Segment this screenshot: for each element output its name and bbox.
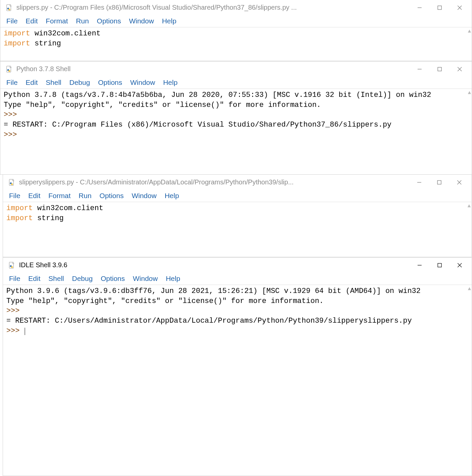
menu-file[interactable]: File xyxy=(2,78,22,87)
code-editor[interactable]: ▲import win32com.client import string xyxy=(3,202,471,257)
menu-format[interactable]: Format xyxy=(44,191,75,200)
menu-file[interactable]: File xyxy=(5,274,24,283)
menubar: File Edit Shell Debug Options Window Hel… xyxy=(3,273,472,285)
menubar: File Edit Shell Debug Options Window Hel… xyxy=(0,76,472,89)
menu-shell[interactable]: Shell xyxy=(44,274,68,283)
shell-window-396: IDLE Shell 3.9.6 File Edit Shell Debug O… xyxy=(3,257,472,476)
menu-options[interactable]: Options xyxy=(94,78,126,87)
menu-edit[interactable]: Edit xyxy=(24,274,44,283)
menu-window[interactable]: Window xyxy=(129,274,162,283)
shell-output[interactable]: ▲Python 3.9.6 (tags/v3.9.6:db3ff76, Jun … xyxy=(3,285,472,476)
menu-shell[interactable]: Shell xyxy=(42,78,65,87)
titlebar[interactable]: Python 3.7.8 Shell xyxy=(0,61,472,76)
menu-options[interactable]: Options xyxy=(93,16,125,26)
titlebar[interactable]: slipperyslippers.py - C:/Users/Administr… xyxy=(3,175,471,190)
svg-rect-25 xyxy=(438,263,442,267)
window-controls xyxy=(409,175,469,190)
menu-debug[interactable]: Debug xyxy=(65,78,94,87)
code-module: win32com.client xyxy=(34,29,100,38)
shell-window-378: Python 3.7.8 Shell File Edit Shell Debug… xyxy=(0,61,472,175)
shell-banner: Type "help", "copyright", "credits" or "… xyxy=(4,101,321,109)
svg-rect-4 xyxy=(438,6,442,9)
close-button[interactable] xyxy=(450,0,470,15)
shell-restart: = RESTART: C:/Users/Administrator/AppDat… xyxy=(6,317,412,325)
code-module: win32com.client xyxy=(37,204,103,212)
svg-rect-18 xyxy=(438,180,441,184)
scroll-up-icon[interactable]: ▲ xyxy=(468,28,471,35)
menu-edit[interactable]: Edit xyxy=(22,78,42,87)
menu-edit[interactable]: Edit xyxy=(22,16,42,26)
menu-window[interactable]: Window xyxy=(128,191,161,200)
menu-window[interactable]: Window xyxy=(125,16,158,26)
editor-window-slippers: slippers.py - C:/Program Files (x86)/Mic… xyxy=(0,0,472,61)
minimize-button[interactable] xyxy=(409,175,429,190)
minimize-button[interactable] xyxy=(410,258,430,273)
window-title: slippers.py - C:/Program Files (x86)/Mic… xyxy=(16,4,297,11)
code-editor[interactable]: ▲import win32com.client import string xyxy=(0,27,472,61)
window-controls xyxy=(410,61,470,76)
python-file-icon xyxy=(8,179,16,186)
menubar: File Edit Format Run Options Window Help xyxy=(0,15,472,27)
shell-prompt: >>> xyxy=(6,307,24,315)
code-module: string xyxy=(34,39,61,48)
close-button[interactable] xyxy=(450,61,470,76)
svg-point-16 xyxy=(11,183,13,185)
window-controls xyxy=(410,258,470,273)
python-file-icon xyxy=(8,262,16,269)
python-file-icon xyxy=(6,4,13,11)
maximize-button[interactable] xyxy=(430,258,450,273)
python-file-icon xyxy=(6,65,13,73)
text-cursor xyxy=(25,328,25,335)
menubar: File Edit Format Run Options Window Help xyxy=(3,190,471,202)
maximize-button[interactable] xyxy=(430,61,450,76)
window-title: Python 3.7.8 Shell xyxy=(16,65,70,73)
svg-point-23 xyxy=(11,266,13,268)
svg-rect-11 xyxy=(438,67,442,71)
menu-run[interactable]: Run xyxy=(72,16,93,26)
window-title: IDLE Shell 3.9.6 xyxy=(19,261,67,269)
menu-help[interactable]: Help xyxy=(161,191,183,200)
shell-output[interactable]: ▲Python 3.7.8 (tags/v3.7.8:4b47a5b6ba, J… xyxy=(0,89,472,174)
scroll-up-icon[interactable]: ▲ xyxy=(468,90,471,97)
shell-banner: Type "help", "copyright", "credits" or "… xyxy=(6,297,324,305)
titlebar[interactable]: slippers.py - C:/Program Files (x86)/Mic… xyxy=(0,0,472,15)
menu-help[interactable]: Help xyxy=(159,78,182,87)
editor-window-slipperyslippers: slipperyslippers.py - C:/Users/Administr… xyxy=(3,175,472,257)
close-button[interactable] xyxy=(450,258,470,273)
minimize-button[interactable] xyxy=(410,0,430,15)
code-module: string xyxy=(37,214,63,222)
menu-help[interactable]: Help xyxy=(158,16,180,26)
scroll-up-icon[interactable]: ▲ xyxy=(468,286,471,293)
menu-format[interactable]: Format xyxy=(42,16,72,26)
menu-options[interactable]: Options xyxy=(97,274,129,283)
shell-restart: = RESTART: C:/Program Files (x86)/Micros… xyxy=(4,121,392,129)
svg-point-2 xyxy=(8,8,10,10)
titlebar[interactable]: IDLE Shell 3.9.6 xyxy=(3,258,472,273)
menu-edit[interactable]: Edit xyxy=(24,191,44,200)
window-controls xyxy=(410,0,470,15)
minimize-button[interactable] xyxy=(410,61,430,76)
maximize-button[interactable] xyxy=(429,175,449,190)
shell-prompt: >>> xyxy=(4,111,21,119)
maximize-button[interactable] xyxy=(430,0,450,15)
menu-run[interactable]: Run xyxy=(75,191,96,200)
shell-banner: Python 3.9.6 (tags/v3.9.6:db3ff76, Jun 2… xyxy=(6,287,421,295)
scroll-up-icon[interactable]: ▲ xyxy=(467,203,471,210)
menu-debug[interactable]: Debug xyxy=(68,274,97,283)
shell-banner: Python 3.7.8 (tags/v3.7.8:4b47a5b6ba, Ju… xyxy=(4,91,431,99)
menu-help[interactable]: Help xyxy=(162,274,184,283)
menu-file[interactable]: File xyxy=(5,191,24,200)
menu-options[interactable]: Options xyxy=(95,191,128,200)
shell-prompt: >>> xyxy=(4,131,21,139)
close-button[interactable] xyxy=(449,175,469,190)
menu-window[interactable]: Window xyxy=(126,78,159,87)
window-title: slipperyslippers.py - C:/Users/Administr… xyxy=(19,178,294,186)
menu-file[interactable]: File xyxy=(2,16,22,26)
svg-point-9 xyxy=(8,70,10,72)
shell-prompt: >>> xyxy=(6,327,24,335)
